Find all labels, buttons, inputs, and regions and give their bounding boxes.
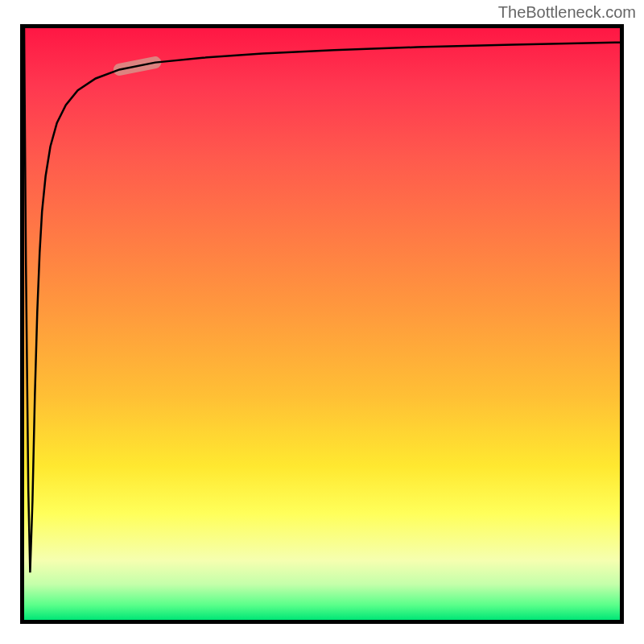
chart-frame [20, 24, 624, 624]
bottleneck-curve [24, 28, 620, 572]
curve-highlight-segment [119, 63, 155, 70]
chart-plot-area [24, 28, 620, 620]
watermark-text: TheBottleneck.com [498, 3, 636, 22]
chart-svg [24, 28, 620, 620]
